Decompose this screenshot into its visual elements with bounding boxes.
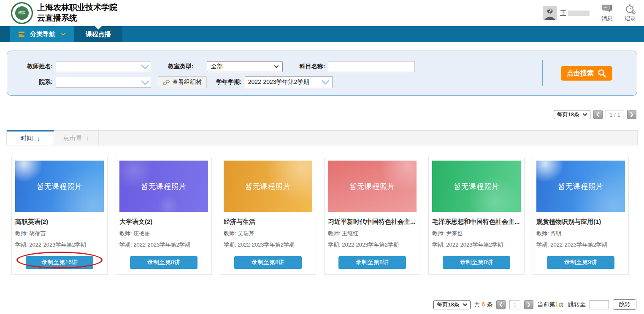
- category-nav-label: 分类导航: [30, 30, 55, 38]
- college-logo-text: 耕实: [15, 6, 29, 20]
- course-card[interactable]: 暂无课程照片 观赏植物识别与应用(1) 教师: 胥明 学期: 2022-2023…: [533, 157, 629, 275]
- no-photo-placeholder: 暂无课程照片: [37, 182, 82, 191]
- chevron-down-icon[interactable]: [141, 65, 149, 70]
- sort-tab-clicks-label: 点击量: [63, 134, 82, 142]
- recorded-up-to-button[interactable]: 录制至第9讲: [547, 256, 614, 269]
- total-count-text: 共 6 条: [474, 301, 493, 309]
- course-thumbnail[interactable]: 暂无课程照片: [224, 161, 312, 212]
- course-semester: 学期: 2022-2023学年第2学期: [328, 241, 417, 249]
- course-card[interactable]: 暂无课程照片 习近平新时代中国特色社会主... 教师: 王继红 学期: 2022…: [324, 157, 420, 275]
- records-label: 记录: [625, 15, 636, 22]
- sort-tab-clicks[interactable]: 点击量 ↓: [54, 131, 99, 145]
- message-icon: [601, 4, 613, 14]
- classroom-type-label: 教室类型:: [168, 63, 194, 70]
- course-semester: 学期: 2022-2023学年第2学期: [432, 241, 521, 249]
- course-title: 习近平新时代中国特色社会主...: [328, 218, 417, 226]
- next-page-button-top[interactable]: [627, 110, 636, 119]
- subject-name-input[interactable]: [328, 61, 415, 72]
- current-page-number: 1: [555, 301, 558, 308]
- page-size-select-top[interactable]: 每页18条: [554, 110, 590, 119]
- total-count: 6: [482, 301, 485, 308]
- page-size-value-bottom: 每页18条: [437, 301, 459, 309]
- course-thumbnail[interactable]: 暂无课程照片: [328, 161, 417, 212]
- record-timer-icon: [625, 4, 636, 14]
- chevron-down-icon: [60, 32, 66, 36]
- classroom-type-value: 全部: [211, 63, 223, 70]
- recorded-up-to-button[interactable]: 录制至第16讲: [26, 256, 93, 269]
- no-photo-placeholder: 暂无课程照片: [349, 182, 395, 191]
- recorded-up-to-button[interactable]: 录制至第8讲: [234, 256, 302, 269]
- search-button[interactable]: 点击搜索: [561, 66, 612, 81]
- chevron-down-icon[interactable]: [141, 81, 149, 85]
- semester-select[interactable]: 2022-2023学年第2学期: [245, 76, 333, 88]
- no-photo-placeholder: 暂无课程照片: [141, 182, 187, 191]
- chevron-down-icon: [463, 303, 467, 306]
- teacher-name-field[interactable]: [56, 61, 151, 72]
- prev-page-button-bottom[interactable]: [496, 300, 506, 309]
- course-thumbnail[interactable]: 暂无课程照片: [432, 161, 521, 212]
- search-button-label: 点击搜索: [567, 69, 594, 78]
- current-page-text: 当前第1页: [537, 301, 564, 309]
- svg-text:?: ?: [548, 8, 552, 15]
- course-teacher: 教师: 尹来也: [432, 230, 521, 237]
- course-card[interactable]: 暂无课程照片 毛泽东思想和中国特色社会主... 教师: 尹来也 学期: 2022…: [428, 157, 525, 275]
- college-logo-icon: 耕实: [11, 2, 33, 24]
- semester-label: 学年学期:: [216, 78, 242, 86]
- messages-label: 消息: [602, 15, 613, 22]
- sort-tab-time[interactable]: 时间 ↓: [7, 130, 54, 145]
- tab-course-vod[interactable]: 课程点播: [74, 26, 122, 42]
- page-size-select-bottom[interactable]: 每页18条: [433, 300, 470, 309]
- course-teacher: 教师: 胡蓓苗: [15, 230, 104, 237]
- prev-page-button-top[interactable]: [593, 110, 603, 119]
- messages-button[interactable]: 消息: [601, 4, 613, 22]
- next-page-button-bottom[interactable]: [524, 300, 533, 309]
- course-semester: 学期: 2022-2023学年第2学期: [536, 241, 625, 249]
- no-photo-placeholder: 暂无课程照片: [454, 182, 499, 191]
- course-teacher: 教师: 吴瑞芹: [224, 230, 312, 237]
- search-icon: [598, 69, 606, 78]
- pagination-top: 每页18条 1 / 1: [0, 110, 636, 119]
- course-title: 大学语文(2): [119, 218, 208, 226]
- view-org-tree-label: 查看组织树: [172, 78, 202, 86]
- course-title: 高职英语(2): [15, 218, 104, 226]
- course-thumbnail[interactable]: 暂无课程照片: [536, 161, 625, 212]
- app-title: 上海农林职业技术学院 云直播系统: [37, 3, 117, 23]
- course-thumbnail[interactable]: 暂无课程照片: [15, 161, 104, 212]
- course-teacher: 教师: 王继红: [328, 230, 417, 237]
- avatar[interactable]: ?: [543, 6, 557, 20]
- teacher-name-input[interactable]: [56, 62, 151, 72]
- chevron-left-icon: [499, 302, 503, 307]
- app-title-line1: 上海农林职业技术学院: [37, 3, 117, 13]
- jump-button[interactable]: 跳转: [613, 299, 636, 310]
- course-card[interactable]: 暂无课程照片 大学语文(2) 教师: 庄艳丽 学期: 2022-2023学年第2…: [116, 157, 212, 275]
- recorded-up-to-button[interactable]: 录制至第8讲: [338, 256, 406, 269]
- chevron-down-icon: [274, 65, 279, 68]
- records-button[interactable]: 记录: [625, 4, 636, 22]
- page-indicator-top: 1 / 1: [606, 110, 624, 119]
- chevron-down-icon: [322, 80, 329, 85]
- course-thumbnail[interactable]: 暂无课程照片: [119, 161, 208, 212]
- user-name: 王: [560, 9, 590, 17]
- filter-divider: [542, 60, 543, 86]
- sort-desc-icon: ↓: [37, 135, 40, 142]
- course-card[interactable]: 暂无课程照片 经济与生活 教师: 吴瑞芹 学期: 2022-2023学年第2学期…: [220, 157, 316, 275]
- app-title-line2: 云直播系统: [37, 13, 117, 24]
- current-page-box[interactable]: 1: [509, 300, 520, 309]
- chevron-left-icon: [596, 112, 600, 117]
- department-input[interactable]: [56, 77, 151, 87]
- jump-page-input[interactable]: [590, 300, 609, 309]
- recorded-up-to-button[interactable]: 录制至第8讲: [443, 256, 510, 269]
- category-nav-menu[interactable]: 分类导航: [10, 26, 74, 42]
- course-card[interactable]: 暂无课程照片 高职英语(2) 教师: 胡蓓苗 学期: 2022-2023学年第2…: [11, 157, 108, 275]
- teacher-name-label: 教师姓名:: [16, 63, 53, 70]
- recorded-up-to-button[interactable]: 录制至第8讲: [130, 256, 198, 269]
- page-size-value-top: 每页18条: [557, 111, 579, 118]
- user-info[interactable]: ? 王: [543, 6, 590, 20]
- classroom-type-select[interactable]: 全部: [207, 61, 283, 72]
- course-title: 毛泽东思想和中国特色社会主...: [432, 218, 521, 226]
- view-org-tree-button[interactable]: 查看组织树: [158, 76, 207, 88]
- chain-link-icon: [163, 80, 170, 85]
- course-teacher: 教师: 庄艳丽: [119, 230, 208, 237]
- course-semester: 学期: 2022-2023学年第2学期: [15, 241, 104, 249]
- department-field[interactable]: [56, 77, 151, 88]
